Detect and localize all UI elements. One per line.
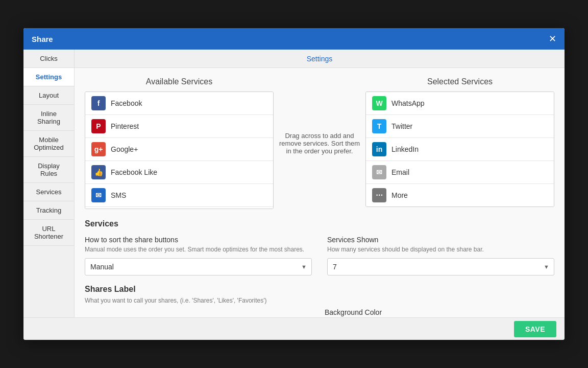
- services-section-title: Services: [85, 219, 554, 228]
- shares-label-title: Shares Label: [85, 285, 554, 294]
- shares-row: Background Color: [85, 308, 554, 317]
- selected-item-whatsapp[interactable]: W WhatsApp: [366, 92, 554, 115]
- drag-section: Available Services f Facebook P Pinteres…: [85, 77, 554, 209]
- service-name-sel-whatsapp: WhatsApp: [391, 99, 425, 107]
- sort-sublabel: Manual mode uses the order you set. Smar…: [85, 246, 312, 253]
- tab-bar: Settings: [75, 50, 565, 68]
- content-area: Available Services f Facebook P Pinteres…: [75, 68, 565, 317]
- sidebar-item-mobile-optimized[interactable]: Mobile Optimized: [23, 131, 74, 157]
- service-icon-sel-linkedin: in: [372, 142, 386, 156]
- selected-item-twitter[interactable]: T Twitter: [366, 115, 554, 138]
- service-icon-pinterest: P: [91, 119, 106, 133]
- services-section: Services How to sort the share buttons M…: [85, 219, 554, 275]
- selected-services-heading: Selected Services: [427, 77, 493, 86]
- selected-services-col: Selected Services W WhatsApp T Twitter i…: [365, 77, 554, 209]
- modal-body: ClicksSettingsLayoutInline SharingMobile…: [23, 50, 565, 317]
- modal-footer: SAVE: [23, 317, 565, 340]
- sidebar-item-inline-sharing[interactable]: Inline Sharing: [23, 105, 74, 131]
- service-icon-sel-more: ⋯: [372, 188, 386, 202]
- shares-label-section: Shares Label What you want to call your …: [85, 285, 554, 317]
- service-name-sms: SMS: [111, 191, 126, 199]
- service-name-pinterest: Pinterest: [111, 122, 139, 130]
- share-modal: Share ✕ ClicksSettingsLayoutInline Shari…: [23, 28, 565, 340]
- service-icon-sel-twitter: T: [372, 119, 386, 133]
- service-icon-sms: ✉: [91, 188, 106, 202]
- shares-label-sublabel: What you want to call your shares, (i.e.…: [85, 297, 554, 304]
- sort-field-group: How to sort the share buttons Manual mod…: [85, 236, 312, 275]
- service-name-facebook: Facebook: [111, 99, 142, 107]
- available-item-sms[interactable]: ✉ SMS: [85, 184, 273, 207]
- available-list-wrapper: f Facebook P Pinterest g+ Google+ 👍 Face…: [85, 91, 274, 209]
- sidebar-item-url-shortener[interactable]: URL Shortener: [23, 220, 74, 246]
- available-item-facebook-like[interactable]: 👍 Facebook Like: [85, 161, 273, 184]
- sidebar-item-clicks[interactable]: Clicks: [23, 50, 74, 68]
- service-name-facebook-like: Facebook Like: [111, 168, 157, 176]
- tab-settings-label: Settings: [307, 55, 333, 63]
- close-button[interactable]: ✕: [549, 34, 556, 43]
- shown-select[interactable]: 5 6 7 8 9 10: [327, 258, 554, 275]
- service-icon-sel-email: ✉: [372, 165, 386, 179]
- available-item-pinterest[interactable]: P Pinterest: [85, 115, 273, 138]
- selected-item-linkedin[interactable]: in LinkedIn: [366, 138, 554, 161]
- modal-title: Share: [32, 35, 53, 43]
- modal-header: Share ✕: [23, 28, 565, 50]
- service-icon-facebook: f: [91, 96, 106, 110]
- drag-hint: Drag across to add and remove services. …: [274, 77, 365, 209]
- main-content: Settings Available Services f Facebook P…: [75, 50, 565, 317]
- sidebar-item-tracking[interactable]: Tracking: [23, 201, 74, 220]
- save-button[interactable]: SAVE: [514, 321, 556, 337]
- sidebar-item-services[interactable]: Services: [23, 183, 74, 201]
- service-name-google: Google+: [111, 145, 138, 153]
- shown-field-group: Services Shown How many services should …: [327, 236, 554, 275]
- service-icon-google: g+: [91, 142, 106, 156]
- available-item-reddit[interactable]: r Reddit: [85, 207, 273, 209]
- shown-label: Services Shown: [327, 236, 554, 244]
- service-name-sel-more: More: [391, 191, 408, 199]
- available-services-col: Available Services f Facebook P Pinteres…: [85, 77, 274, 209]
- bg-color-label: Background Color: [325, 308, 554, 316]
- service-name-sel-twitter: Twitter: [391, 122, 412, 130]
- bg-color-group: Background Color: [325, 308, 554, 317]
- shown-sublabel: How many services should be displayed on…: [327, 246, 554, 253]
- sidebar-item-display-rules[interactable]: Display Rules: [23, 157, 74, 183]
- available-service-list[interactable]: f Facebook P Pinterest g+ Google+ 👍 Face…: [85, 91, 274, 209]
- selected-list-wrapper: W WhatsApp T Twitter in LinkedIn ✉ Email…: [365, 91, 554, 207]
- available-item-facebook[interactable]: f Facebook: [85, 92, 273, 115]
- available-services-heading: Available Services: [146, 77, 212, 86]
- service-name-sel-email: Email: [391, 168, 409, 176]
- sort-select-wrapper: Manual Smart ▼: [85, 258, 312, 275]
- selected-item-email[interactable]: ✉ Email: [366, 161, 554, 184]
- service-icon-facebook-like: 👍: [91, 165, 106, 179]
- available-item-google[interactable]: g+ Google+: [85, 138, 273, 161]
- sidebar: ClicksSettingsLayoutInline SharingMobile…: [23, 50, 75, 317]
- selected-item-more[interactable]: ⋯ More: [366, 184, 554, 206]
- services-options-row: How to sort the share buttons Manual mod…: [85, 236, 554, 275]
- service-name-sel-linkedin: LinkedIn: [391, 145, 419, 153]
- sidebar-item-layout[interactable]: Layout: [23, 86, 74, 105]
- shown-select-wrapper: 5 6 7 8 9 10 ▼: [327, 258, 554, 275]
- selected-service-list[interactable]: W WhatsApp T Twitter in LinkedIn ✉ Email…: [365, 91, 554, 207]
- sort-label: How to sort the share buttons: [85, 236, 312, 244]
- sort-select[interactable]: Manual Smart: [85, 258, 312, 275]
- sidebar-item-settings[interactable]: Settings: [23, 68, 74, 86]
- service-icon-sel-whatsapp: W: [372, 96, 386, 110]
